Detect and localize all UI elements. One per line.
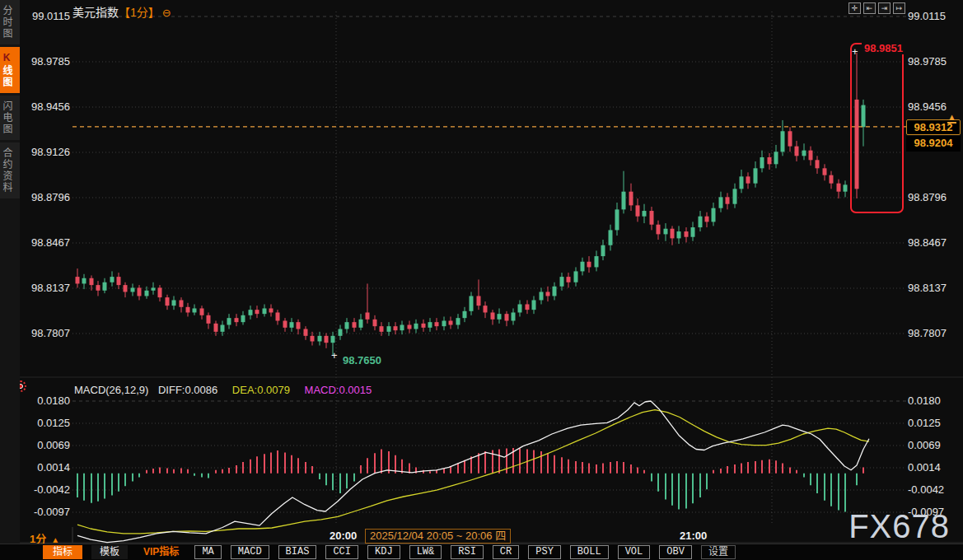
time-label-20: 20:00 — [330, 530, 357, 542]
price-axis-label-left: 98.8796 — [19, 191, 70, 203]
toolbar-item-MA[interactable]: MA — [194, 545, 221, 559]
price-axis-label-left: 98.7807 — [19, 327, 70, 339]
price-axis-label-left: 98.9785 — [19, 55, 70, 68]
macd-axis-label-left: 0.0014 — [19, 461, 70, 474]
exit-icon[interactable]: ↦ — [893, 2, 905, 14]
macd-macd-value: MACD:0.0015 — [305, 384, 372, 396]
macd-diff-value: DIFF:0.0086 — [158, 384, 217, 396]
toolbar-item-KDJ[interactable]: KDJ — [367, 545, 400, 559]
macd-axis-label-left: 0.0125 — [19, 417, 70, 429]
toolbar-item-VOL[interactable]: VOL — [618, 545, 651, 559]
fx678-watermark: FX678 — [848, 508, 950, 545]
low-price-label: 98.7650 — [343, 354, 381, 366]
sidebar-item-2[interactable]: 闪电图 — [0, 96, 20, 140]
zoom-out-icon[interactable]: ⊖ — [162, 7, 171, 19]
macd-axis-label-left: 0.0069 — [19, 439, 70, 451]
price-axis-label-right: 98.8796 — [908, 191, 947, 203]
toolbar-item-设置[interactable]: 设置 — [701, 545, 736, 559]
price-axis-label-left: 98.9456 — [19, 100, 70, 113]
instrument-title: 美元指数 — [72, 6, 119, 19]
toolbar-item-模板[interactable]: 模板 — [91, 545, 128, 559]
price-axis-label-left: 98.9126 — [19, 146, 70, 158]
selection-highlight-box — [850, 43, 904, 213]
toolbar-item-OBV[interactable]: OBV — [659, 545, 692, 559]
price-axis-label-right: 98.9785 — [908, 55, 947, 68]
toolbar-item-MACD[interactable]: MACD — [231, 545, 269, 559]
macd-axis-label-right: 0.0069 — [908, 439, 941, 451]
high-crosshair-mark: + — [852, 45, 858, 58]
macd-axis-label-right: 0.0125 — [908, 417, 941, 429]
interval-tag: 【1分】 — [119, 6, 160, 19]
time-label-21: 21:00 — [680, 530, 707, 542]
low-crosshair-mark: + — [331, 349, 338, 362]
price-axis-label-right: 99.0115 — [908, 10, 946, 22]
pan-right-icon[interactable]: ⇥ — [878, 2, 891, 14]
macd-indicator-header: MACD(26,12,9) DIFF:0.0086 DEA:0.0079 MAC… — [74, 384, 372, 396]
toolbar-item-LW&[interactable]: LW& — [409, 545, 442, 559]
macd-axis-label-right: -0.0042 — [908, 483, 944, 496]
toolbar-item-BOLL[interactable]: BOLL — [570, 545, 609, 559]
indicator-toolbar: 指标模板VIP指标MAMACDBIASCCIKDJLW&RSICRPSYBOLL… — [0, 544, 963, 560]
macd-params: MACD(26,12,9) — [74, 384, 148, 396]
crosshair-icon[interactable]: ✛ — [848, 2, 861, 14]
macd-dea-value: DEA:0.0079 — [232, 384, 290, 396]
macd-axis-label-left: -0.0042 — [19, 483, 70, 496]
price-axis-label-left: 98.8467 — [19, 236, 70, 249]
chart-application: 分时图K线图闪电图合约资料 美元指数【1分】⊖ ✛⇤⇥↦ 99.011598.9… — [0, 0, 963, 560]
sidebar-item-1[interactable]: K线图 — [0, 47, 20, 93]
price-axis-label-right: 98.8467 — [908, 236, 947, 249]
high-price-label: 98.9851 — [862, 42, 905, 54]
price-axis-label-right: 98.8137 — [908, 282, 947, 294]
toolbar-item-PSY[interactable]: PSY — [528, 545, 561, 559]
window-control-icons: ✛⇤⇥↦ — [848, 2, 905, 14]
price-alert-marker-icon[interactable]: ▲ — [947, 113, 956, 124]
session-range-readout: 2025/12/04 20:05 ~ 20:06 四 — [365, 529, 511, 544]
pan-left-icon[interactable]: ⇤ — [863, 2, 876, 14]
toolbar-item-BIAS[interactable]: BIAS — [278, 545, 317, 559]
price-axis-label-right: 98.9456 — [908, 100, 947, 113]
toolbar-item-VIP指标[interactable]: VIP指标 — [137, 546, 185, 558]
macd-axis-label-left: -0.0097 — [19, 506, 70, 518]
secondary-price-tag: 98.9204 — [906, 136, 961, 152]
price-axis-label-left: 99.0115 — [19, 10, 70, 22]
macd-axis-label-left: 0.0180 — [19, 394, 70, 407]
sidebar-item-3[interactable]: 合约资料 — [0, 142, 20, 198]
toolbar-item-RSI[interactable]: RSI — [451, 545, 484, 559]
toolbar-item-CCI[interactable]: CCI — [325, 545, 358, 559]
price-and-macd-chart-canvas — [0, 0, 963, 544]
toolbar-item-指标[interactable]: 指标 — [43, 545, 82, 559]
sidebar-item-0[interactable]: 分时图 — [0, 0, 20, 44]
macd-axis-label-right: 0.0014 — [908, 461, 941, 474]
toolbar-item-CR[interactable]: CR — [493, 545, 519, 559]
price-axis-label-left: 98.8137 — [19, 282, 70, 294]
chart-type-sidebar: 分时图K线图闪电图合约资料 — [0, 0, 20, 544]
price-axis-label-right: 98.7807 — [908, 327, 947, 339]
macd-axis-label-right: 0.0180 — [908, 394, 941, 407]
chart-header: 美元指数【1分】⊖ — [72, 3, 171, 20]
